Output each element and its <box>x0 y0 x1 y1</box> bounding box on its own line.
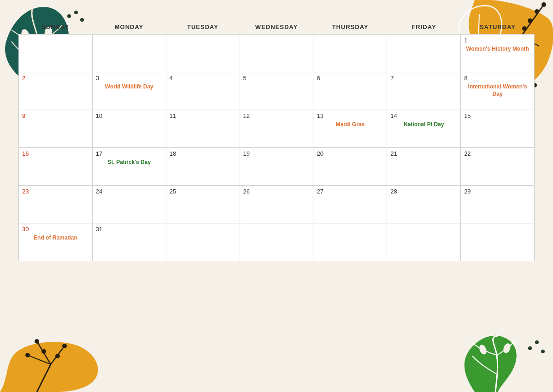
cal-cell-30: 25 <box>166 186 240 223</box>
cal-cell-29: 24 <box>93 186 166 223</box>
cell-date: 15 <box>464 112 531 119</box>
cal-cell-10: 5 <box>240 72 314 110</box>
cal-cell-0 <box>19 35 93 72</box>
svg-point-27 <box>25 353 30 357</box>
day-header-friday: FRIDAY <box>387 21 461 33</box>
svg-point-23 <box>35 339 39 344</box>
cell-date: 22 <box>464 150 531 157</box>
cell-date: 17 <box>96 150 163 157</box>
cal-cell-21: 16 <box>19 148 93 186</box>
cal-cell-33: 28 <box>387 186 461 223</box>
svg-point-26 <box>55 354 60 358</box>
cell-date: 8 <box>464 75 531 82</box>
cal-cell-4 <box>313 35 387 72</box>
cal-cell-35: 30End of Ramadan <box>19 223 93 261</box>
cell-date: 5 <box>243 75 310 82</box>
cell-date: 11 <box>170 112 236 119</box>
cal-cell-11: 6 <box>313 72 387 110</box>
cal-cell-15: 10 <box>93 110 166 148</box>
cell-date: 20 <box>317 150 383 157</box>
day-headers: SUNDAYMONDAYTUESDAYWEDNESDAYTHURSDAYFRID… <box>18 21 535 33</box>
cal-cell-6: 1Women's History Month <box>461 35 535 72</box>
cell-date: 30 <box>22 226 89 233</box>
svg-point-31 <box>535 340 539 344</box>
svg-point-32 <box>541 350 545 353</box>
cell-date: 23 <box>22 188 89 195</box>
cal-cell-36: 31 <box>93 223 166 261</box>
cell-date: 18 <box>170 150 236 157</box>
cal-cell-13: 8International Women's Day <box>461 72 535 110</box>
cal-cell-1 <box>93 35 166 72</box>
cell-event: St. Patrick's Day <box>96 159 163 166</box>
cell-date: 16 <box>22 150 89 157</box>
cell-date: 10 <box>96 112 163 119</box>
cal-cell-39 <box>313 223 387 261</box>
cell-date: 9 <box>22 112 89 119</box>
cal-cell-16: 11 <box>166 110 240 148</box>
cal-cell-9: 4 <box>166 72 240 110</box>
cal-cell-18: 13Mardi Gras <box>313 110 387 148</box>
cal-cell-41 <box>461 223 535 261</box>
cell-date: 26 <box>243 188 310 195</box>
cal-cell-12: 7 <box>387 72 461 110</box>
cal-cell-37 <box>166 223 240 261</box>
cell-event: End of Ramadan <box>22 234 89 242</box>
cell-date: 19 <box>243 150 310 157</box>
cal-cell-20: 15 <box>461 110 535 148</box>
cal-cell-24: 19 <box>240 148 314 186</box>
cal-cell-23: 18 <box>166 148 240 186</box>
cal-cell-34: 29 <box>461 186 535 223</box>
cal-cell-22: 17St. Patrick's Day <box>93 148 166 186</box>
calendar-header <box>0 0 553 21</box>
svg-point-25 <box>62 344 67 348</box>
cal-cell-31: 26 <box>240 186 314 223</box>
calendar-grid: 1Women's History Month23World Wildlife D… <box>18 34 535 261</box>
cal-cell-2 <box>166 35 240 72</box>
cell-event: Mardi Gras <box>317 121 383 129</box>
cell-date: 27 <box>317 188 383 195</box>
cal-cell-5 <box>387 35 461 72</box>
cal-cell-17: 12 <box>240 110 314 148</box>
cell-date: 4 <box>170 75 236 82</box>
cell-date: 24 <box>96 188 163 195</box>
cell-date: 6 <box>317 75 383 82</box>
cell-date: 14 <box>390 112 457 119</box>
cell-date: 29 <box>464 188 531 195</box>
cell-event: National Pi Day <box>390 121 457 129</box>
day-header-saturday: SATURDAY <box>461 21 535 33</box>
cell-event: International Women's Day <box>464 83 531 98</box>
day-header-monday: MONDAY <box>92 21 166 33</box>
svg-point-24 <box>41 349 46 354</box>
day-header-sunday: SUNDAY <box>18 21 92 33</box>
cell-date: 7 <box>390 75 457 82</box>
cal-cell-26: 21 <box>387 148 461 186</box>
cal-cell-3 <box>240 35 314 72</box>
cell-date: 21 <box>390 150 457 157</box>
cell-date: 13 <box>317 112 383 119</box>
cell-date: 2 <box>22 75 89 82</box>
deco-bottom-left <box>0 332 101 392</box>
svg-point-30 <box>528 346 532 350</box>
day-header-thursday: THURSDAY <box>313 21 387 33</box>
cell-date: 1 <box>464 37 531 44</box>
day-header-wednesday: WEDNESDAY <box>240 21 313 33</box>
cal-cell-7: 2 <box>19 72 93 110</box>
cal-cell-27: 22 <box>461 148 535 186</box>
cal-cell-19: 14National Pi Day <box>387 110 461 148</box>
cal-cell-38 <box>240 223 314 261</box>
cal-cell-14: 9 <box>19 110 93 148</box>
cell-date: 12 <box>243 112 310 119</box>
cell-date: 31 <box>96 226 163 233</box>
cal-cell-8: 3World Wildlife Day <box>93 72 166 110</box>
cal-cell-28: 23 <box>19 186 93 223</box>
cell-date: 25 <box>170 188 236 195</box>
cal-cell-32: 27 <box>313 186 387 223</box>
cell-date: 3 <box>96 75 163 82</box>
cal-cell-40 <box>387 223 461 261</box>
cell-date: 28 <box>390 188 457 195</box>
cal-cell-25: 20 <box>313 148 387 186</box>
cell-event: World Wildlife Day <box>96 83 163 91</box>
cell-event: Women's History Month <box>464 46 531 53</box>
day-header-tuesday: TUESDAY <box>166 21 240 33</box>
calendar-section: SUNDAYMONDAYTUESDAYWEDNESDAYTHURSDAYFRID… <box>0 21 553 261</box>
